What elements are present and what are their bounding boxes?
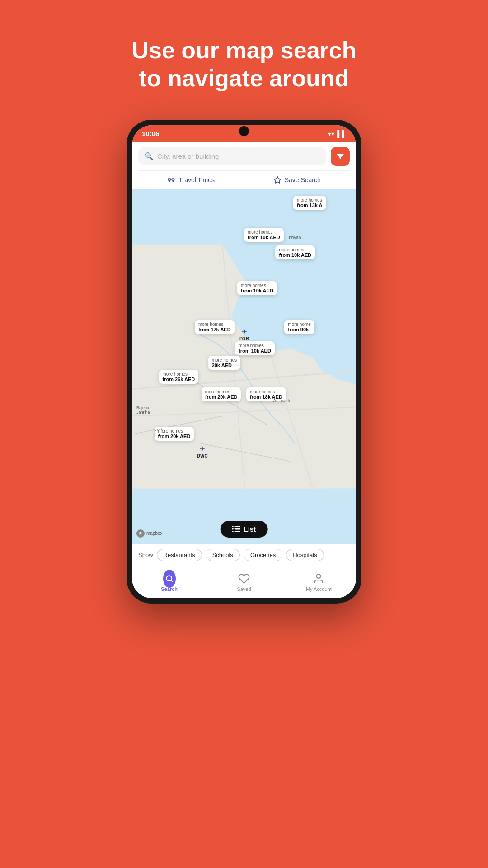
signal-icon: ▌▌	[337, 130, 346, 137]
property-bubble[interactable]: more homes from 20k AED	[202, 387, 241, 401]
property-bubble[interactable]: more homes from 17k AED	[195, 320, 235, 334]
poi-groceries[interactable]: Groceries	[244, 549, 282, 561]
dxb-airport-marker: ✈ DXB	[239, 327, 249, 341]
search-bar-area: 🔍 City, area or building	[132, 142, 356, 189]
heart-nav-icon	[238, 572, 250, 585]
status-icons: ▾▾ ▌▌	[328, 130, 346, 137]
svg-line-21	[171, 580, 172, 581]
status-time: 10:06	[142, 130, 159, 137]
search-input[interactable]: 🔍 City, area or building	[138, 147, 326, 165]
search-icon: 🔍	[145, 152, 154, 160]
dwc-airport-marker: ✈ DWC	[197, 444, 208, 458]
property-bubble[interactable]: more homes from 10k AED	[235, 341, 275, 355]
svg-marker-5	[274, 176, 281, 183]
svg-rect-14	[232, 526, 234, 527]
svg-point-3	[169, 180, 170, 181]
svg-point-22	[317, 574, 321, 578]
svg-point-4	[173, 180, 174, 181]
list-label: List	[244, 525, 256, 533]
bottom-navigation: Search Saved	[132, 566, 356, 598]
poi-schools[interactable]: Schools	[206, 549, 240, 561]
svg-rect-15	[235, 526, 240, 527]
poi-hospitals[interactable]: Hospitals	[286, 549, 324, 561]
list-icon	[232, 526, 240, 532]
svg-point-20	[166, 576, 172, 581]
svg-rect-17	[235, 528, 240, 530]
svg-rect-0	[169, 179, 171, 180]
place-bajeha: BajehaJahriha	[136, 406, 150, 415]
search-nav-label: Search	[161, 586, 178, 592]
search-placeholder: City, area or building	[157, 152, 219, 160]
place-alghadir: الغدير	[155, 427, 165, 431]
travel-times-icon	[167, 176, 175, 184]
account-nav-label: My Account	[306, 586, 332, 592]
map-svg	[132, 189, 356, 544]
nav-search[interactable]: Search	[151, 572, 188, 592]
search-nav-icon	[163, 572, 176, 585]
filter-icon	[336, 152, 345, 161]
account-nav-icon	[312, 572, 325, 585]
property-bubble[interactable]: more homes from 10k AED	[237, 281, 277, 295]
star-icon	[273, 176, 282, 184]
svg-rect-18	[232, 531, 234, 532]
mapbox-attribution: P mapbox	[136, 529, 163, 538]
list-button[interactable]: List	[221, 521, 268, 538]
wifi-icon: ▾▾	[328, 130, 334, 137]
svg-rect-19	[235, 531, 240, 532]
nav-account[interactable]: My Account	[300, 572, 337, 592]
map-view[interactable]: more homes from 13k A more homes from 10…	[132, 189, 356, 544]
saved-nav-label: Saved	[237, 586, 251, 592]
property-bubble[interactable]: more homes from 10k AED	[244, 228, 284, 242]
place-nriyah: nriyah	[289, 235, 301, 240]
place-allisaili: Al Lisaili	[273, 398, 290, 403]
svg-rect-1	[172, 179, 174, 180]
poi-bar: Show Restaurants Schools Groceries Hospi…	[132, 544, 356, 566]
nav-saved[interactable]: Saved	[226, 572, 262, 592]
property-bubble[interactable]: more home from 90k	[284, 320, 314, 334]
show-label: Show	[138, 552, 153, 558]
hero-title: Use our map search to navigate around	[104, 36, 383, 93]
property-bubble[interactable]: more homes from 10k AED	[275, 245, 315, 259]
property-bubble[interactable]: more homes 20k AED	[208, 356, 241, 370]
filter-button[interactable]	[331, 147, 350, 166]
save-search-label: Save Search	[285, 176, 321, 184]
save-search-button[interactable]: Save Search	[244, 171, 350, 189]
travel-times-label: Travel Times	[178, 176, 215, 184]
svg-rect-16	[232, 528, 234, 530]
camera-notch	[239, 126, 249, 136]
phone-mockup: 10:06 ▾▾ ▌▌ 🔍 City, area or building	[127, 120, 361, 825]
travel-times-button[interactable]: Travel Times	[138, 171, 244, 189]
property-bubble[interactable]: more homes from 26k AED	[159, 370, 199, 384]
poi-restaurants[interactable]: Restaurants	[157, 549, 202, 561]
property-bubble[interactable]: more homes from 13k A	[293, 196, 326, 210]
